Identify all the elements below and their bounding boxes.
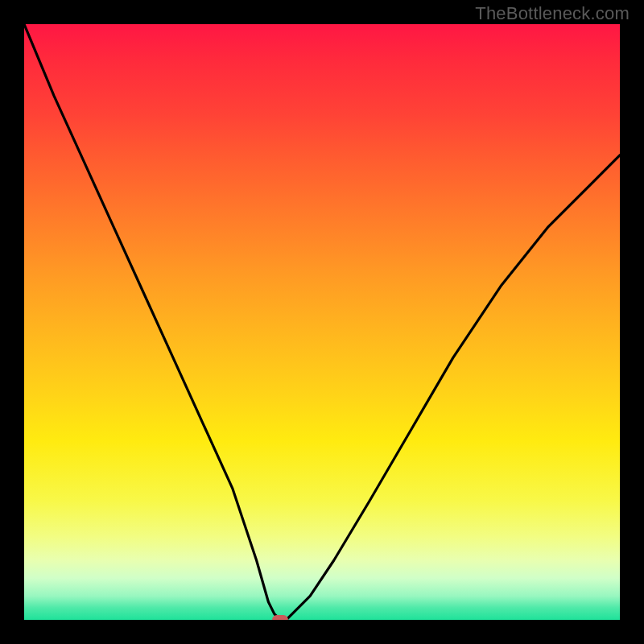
watermark-text: TheBottleneck.com	[475, 3, 630, 24]
bottleneck-curve	[24, 24, 620, 620]
chart-container: TheBottleneck.com	[0, 0, 644, 644]
plot-area	[24, 24, 620, 620]
optimum-marker	[272, 615, 288, 620]
